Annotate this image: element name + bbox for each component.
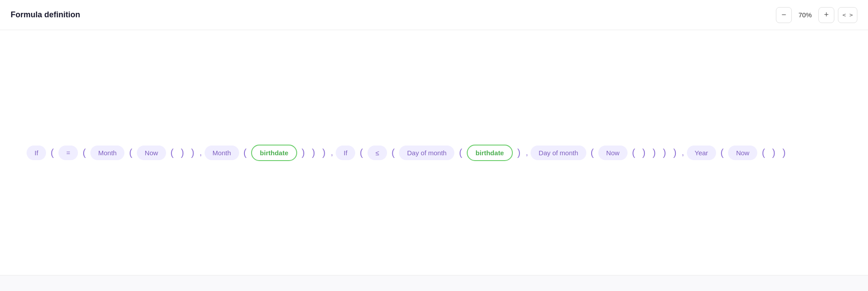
zoom-controls: − 70% + < > [776,7,857,23]
formula-token[interactable]: ) [515,145,523,160]
formula-token[interactable]: If [27,146,46,160]
formula-token[interactable]: = [58,146,78,160]
formula-token[interactable]: , [681,146,685,159]
formula-token[interactable]: ) [660,145,669,160]
formula-token[interactable]: , [525,146,529,159]
formula-token[interactable]: birthdate [251,145,297,161]
zoom-in-button[interactable]: + [818,7,834,23]
formula-token[interactable]: ) [639,145,648,160]
formula-token[interactable]: Now [598,146,628,160]
formula-token[interactable]: Month [90,146,125,160]
header: Formula definition − 70% + < > [0,0,868,30]
zoom-out-button[interactable]: − [776,7,792,23]
formula-token[interactable]: Month [205,146,239,160]
formula-token[interactable]: ) [770,145,778,160]
formula-token[interactable]: ( [168,145,176,160]
formula-token[interactable]: , [199,146,203,159]
formula-token[interactable]: birthdate [467,145,513,161]
formula-token[interactable]: ( [456,145,465,160]
formula-token[interactable]: ≤ [368,146,387,160]
formula-token[interactable]: ( [357,145,365,160]
code-toggle-button[interactable]: < > [838,7,857,23]
page-title: Formula definition [11,10,80,20]
formula-token[interactable]: ) [780,145,788,160]
formula-token[interactable]: Now [728,146,757,160]
formula-token[interactable]: ( [629,145,638,160]
formula-token[interactable]: Day of month [399,146,454,160]
formula-token[interactable]: ) [188,145,197,160]
formula-token[interactable]: ( [759,145,767,160]
formula-token[interactable]: ) [650,145,659,160]
formula-token[interactable]: ( [80,145,88,160]
page-container: Formula definition − 70% + < > If(=(Mont… [0,0,868,291]
formula-token[interactable]: ( [588,145,597,160]
formula-token[interactable]: If [336,146,355,160]
formula-token[interactable]: ( [389,145,397,160]
formula-token[interactable]: Day of month [531,146,586,160]
zoom-value: 70% [795,11,815,19]
formula-token[interactable]: ( [126,145,135,160]
formula-token[interactable]: ) [309,145,318,160]
formula-token[interactable]: , [330,146,334,159]
formula-token[interactable]: ) [670,145,679,160]
bottom-bar [0,275,868,291]
formula-token[interactable]: ( [48,145,56,160]
formula-token[interactable]: ) [320,145,328,160]
formula-token[interactable]: ) [299,145,307,160]
formula-token[interactable]: ( [718,145,726,160]
formula-token[interactable]: ) [178,145,186,160]
formula-token[interactable]: Year [687,146,716,160]
formula-token[interactable]: Now [137,146,166,160]
formula-row: If(=(Month(Now()),Month(birthdate))),If(… [27,145,788,161]
formula-canvas: If(=(Month(Now()),Month(birthdate))),If(… [0,30,868,275]
formula-token[interactable]: ( [241,145,249,160]
